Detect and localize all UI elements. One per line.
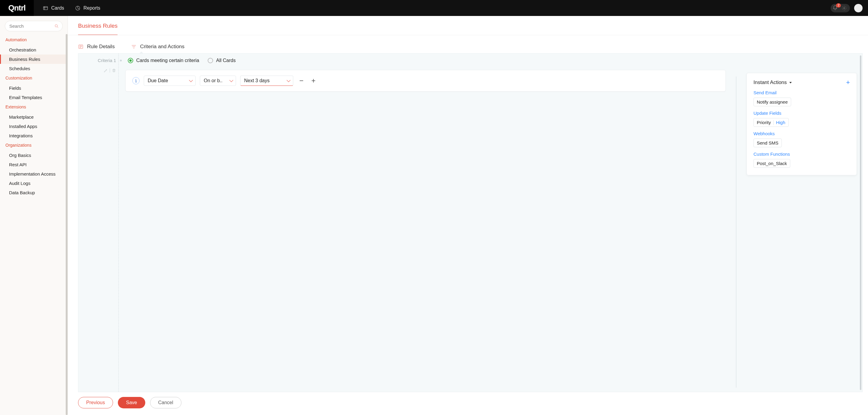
operator-select-value: On or b..: [204, 78, 222, 83]
sidebar-item-implementation-access[interactable]: Implementation Access: [0, 169, 67, 179]
cards-icon: [43, 5, 48, 11]
radio-certain-criteria-label: Cards meeting certain criteria: [136, 58, 199, 63]
topbar-right: 2: [831, 4, 863, 12]
svg-point-3: [55, 24, 58, 27]
operator-select[interactable]: On or b..: [200, 76, 236, 86]
sidebar-item-business-rules[interactable]: Business Rules: [0, 55, 67, 64]
action-group-webhooks: Webhooks Send SMS: [753, 131, 850, 147]
sidebar-section-extensions: Extensions: [0, 102, 67, 112]
field-select[interactable]: Due Date: [144, 76, 195, 86]
action-group-update-fields: Update Fields Priority High: [753, 110, 850, 127]
nav-reports[interactable]: Reports: [75, 5, 100, 11]
criteria-icon: [131, 44, 136, 49]
sidebar-item-marketplace[interactable]: Marketplace: [0, 112, 67, 122]
tab-rule-details[interactable]: Rule Details: [78, 44, 115, 52]
chip-post-on-slack[interactable]: Post_on_Slack: [753, 159, 790, 168]
logo-text: Qntrl: [8, 3, 25, 13]
gear-icon[interactable]: [841, 5, 847, 11]
timeline-dot: [120, 60, 122, 62]
workspace-scrollbar[interactable]: [860, 56, 861, 390]
actions-title[interactable]: Instant Actions: [753, 79, 792, 85]
content: Business Rules Rule Details Criteria and…: [68, 16, 868, 415]
previous-button[interactable]: Previous: [78, 397, 113, 408]
value-select[interactable]: Next 3 days: [240, 76, 293, 86]
chip-send-sms[interactable]: Send SMS: [753, 139, 782, 147]
notifications-button[interactable]: 2: [832, 5, 838, 11]
topbar-actions-pill: 2: [831, 4, 850, 12]
add-action-button[interactable]: +: [846, 79, 850, 86]
criteria-label: Criteria 1: [79, 58, 116, 63]
radio-all-cards[interactable]: All Cards: [208, 58, 236, 63]
caret-down-icon: [789, 82, 792, 83]
sidebar: Automation Orchestration Business Rules …: [0, 16, 68, 415]
sidebar-item-orchestration[interactable]: Orchestration: [0, 45, 67, 55]
actions-panel: Instant Actions + Send Email Notify assi…: [747, 73, 857, 175]
svg-rect-0: [43, 6, 48, 10]
sidebar-title-extensions: Extensions: [5, 104, 67, 109]
tabs: Rule Details Criteria and Actions: [68, 35, 868, 52]
sidebar-item-data-backup[interactable]: Data Backup: [0, 188, 67, 197]
chip-field-label: Priority: [757, 120, 771, 125]
sidebar-section-automation: Automation: [0, 35, 67, 45]
sidebar-section-customization: Customization: [0, 73, 67, 83]
action-group-title-send-email: Send Email: [753, 90, 850, 95]
action-group-custom-functions: Custom Functions Post_on_Slack: [753, 151, 850, 168]
field-select-value: Due Date: [148, 78, 168, 83]
chip-post-on-slack-label: Post_on_Slack: [757, 161, 787, 166]
action-group-title-update-fields: Update Fields: [753, 110, 850, 116]
chip-priority-high[interactable]: Priority High: [753, 118, 789, 127]
connector-line: [736, 76, 736, 388]
radio-certain-criteria[interactable]: Cards meeting certain criteria: [128, 58, 199, 63]
action-group-send-email: Send Email Notify assignee: [753, 90, 850, 106]
sidebar-item-audit-logs[interactable]: Audit Logs: [0, 179, 67, 188]
tab-criteria-actions[interactable]: Criteria and Actions: [131, 44, 184, 52]
scope-row: Cards meeting certain criteria All Cards: [125, 58, 726, 63]
search-icon: [54, 24, 59, 29]
footer: Previous Save Cancel: [68, 392, 868, 415]
svg-point-2: [844, 7, 845, 9]
sidebar-item-installed-apps[interactable]: Installed Apps: [0, 122, 67, 131]
sidebar-item-schedules[interactable]: Schedules: [0, 64, 67, 73]
page-header: Business Rules: [68, 16, 868, 35]
logo[interactable]: Qntrl: [0, 0, 34, 16]
nav-cards-label: Cards: [51, 5, 64, 11]
avatar[interactable]: [854, 4, 863, 12]
edit-icon[interactable]: [104, 68, 108, 73]
action-group-title-webhooks: Webhooks: [753, 131, 850, 136]
remove-condition-button[interactable]: −: [298, 76, 305, 85]
sidebar-item-email-templates[interactable]: Email Templates: [0, 93, 67, 102]
workspace: Criteria 1 Cards meeting certain criteri…: [78, 53, 863, 392]
criteria-column: Criteria 1: [79, 54, 119, 392]
sidebar-item-rest-api[interactable]: Rest API: [0, 160, 67, 169]
sidebar-title-customization: Customization: [5, 76, 67, 80]
step-number: 1: [132, 77, 140, 84]
save-button[interactable]: Save: [118, 397, 145, 408]
sidebar-section-organizations: Organizations: [0, 140, 67, 150]
sidebar-item-integrations[interactable]: Integrations: [0, 131, 67, 140]
main: Automation Orchestration Business Rules …: [0, 16, 868, 415]
criteria-card: 1 Due Date On or b.. Next 3 days − +: [125, 70, 726, 92]
add-condition-button[interactable]: +: [310, 76, 317, 85]
topbar: Qntrl Cards Reports 2: [0, 0, 868, 16]
tab-criteria-actions-label: Criteria and Actions: [140, 44, 184, 50]
cancel-button[interactable]: Cancel: [150, 397, 181, 408]
notifications-badge: 2: [836, 3, 841, 7]
radio-all-cards-label: All Cards: [216, 58, 236, 63]
top-nav: Cards Reports: [34, 5, 100, 11]
sidebar-title-automation: Automation: [5, 37, 67, 42]
chip-value-label: High: [776, 120, 785, 125]
nav-cards[interactable]: Cards: [43, 5, 64, 11]
details-icon: [78, 44, 84, 49]
sidebar-item-org-basics[interactable]: Org Basics: [0, 150, 67, 160]
canvas: Cards meeting certain criteria All Cards…: [119, 54, 862, 392]
radio-dot-checked: [128, 58, 133, 63]
chip-notify-assignee[interactable]: Notify assignee: [753, 98, 791, 106]
reports-icon: [75, 5, 81, 11]
trash-icon[interactable]: [112, 68, 116, 73]
chip-notify-assignee-label: Notify assignee: [757, 99, 788, 104]
chip-send-sms-label: Send SMS: [757, 140, 778, 145]
sidebar-item-fields[interactable]: Fields: [0, 83, 67, 93]
action-group-title-custom-functions: Custom Functions: [753, 151, 850, 157]
chip-divider: [773, 120, 774, 125]
value-select-value: Next 3 days: [244, 78, 270, 83]
